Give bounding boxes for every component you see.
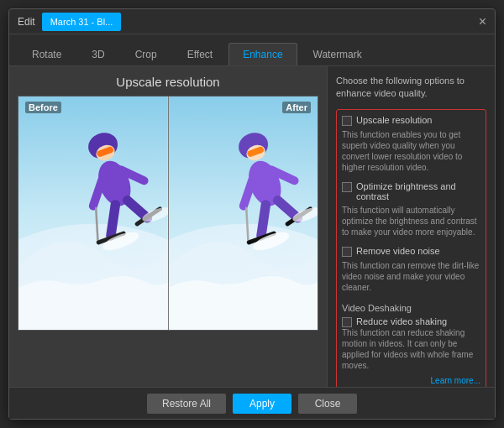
- options-intro: Choose the following options to enhance …: [336, 75, 486, 101]
- upscale-desc: This function enables you to get superb …: [342, 129, 480, 173]
- enhance-options-section: Upscale resolution This function enables…: [336, 109, 486, 387]
- brightness-checkbox[interactable]: [342, 182, 352, 192]
- edit-window: Edit March 31 - Bl... × Rotate 3D Crop E…: [8, 8, 496, 420]
- before-after-container: Before: [18, 96, 318, 331]
- tab-crop[interactable]: Crop: [121, 43, 171, 65]
- close-button[interactable]: Close: [298, 394, 357, 414]
- preview-panel: Upscale resolution Before: [9, 66, 327, 387]
- window-title: Edit: [18, 16, 35, 28]
- tab-rotate[interactable]: Rotate: [18, 43, 76, 65]
- window-close-button[interactable]: ×: [479, 15, 486, 29]
- deshake-label: Reduce video shaking: [356, 316, 447, 326]
- tab-enhance[interactable]: Enhance: [228, 43, 297, 65]
- restore-all-button[interactable]: Restore All: [147, 394, 226, 414]
- after-label: After: [282, 102, 311, 113]
- deshake-option-row: Reduce video shaking: [342, 316, 480, 327]
- file-tab[interactable]: March 31 - Bl...: [42, 13, 122, 31]
- preview-title: Upscale resolution: [116, 75, 219, 89]
- tab-bar: Rotate 3D Crop Effect Enhance Watermark: [9, 34, 495, 66]
- before-panel: Before: [18, 97, 169, 330]
- apply-button[interactable]: Apply: [233, 394, 291, 414]
- tab-effect[interactable]: Effect: [173, 43, 227, 65]
- noise-option-row: Remove video noise: [342, 246, 480, 257]
- brightness-option-row: Optimize brightness and contrast: [342, 181, 480, 201]
- brightness-label: Optimize brightness and contrast: [356, 181, 480, 201]
- deshake-desc: This function can reduce shaking motion …: [342, 327, 480, 371]
- upscale-label: Upscale resolution: [356, 115, 433, 125]
- before-skier-image: [18, 97, 168, 330]
- tab-watermark[interactable]: Watermark: [299, 43, 376, 65]
- noise-checkbox[interactable]: [342, 247, 352, 257]
- deshaking-title: Video Deshaking: [342, 303, 480, 313]
- deshaking-section: Video Deshaking Reduce video shaking Thi…: [342, 300, 480, 371]
- title-bar: Edit March 31 - Bl... ×: [9, 9, 495, 34]
- before-label: Before: [25, 102, 61, 113]
- learn-more-link[interactable]: Learn more...: [342, 376, 480, 385]
- upscale-option-row: Upscale resolution: [342, 115, 480, 126]
- deshake-checkbox[interactable]: [342, 317, 352, 327]
- brightness-desc: This function will automatically optimiz…: [342, 205, 480, 237]
- title-bar-left: Edit March 31 - Bl...: [18, 13, 121, 31]
- noise-label: Remove video noise: [356, 246, 440, 256]
- content-area: Upscale resolution Before: [9, 66, 495, 387]
- bottom-bar: Restore All Apply Close: [9, 387, 495, 419]
- noise-desc: This function can remove the dirt-like v…: [342, 260, 480, 293]
- tab-3d[interactable]: 3D: [77, 43, 118, 65]
- options-panel: Choose the following options to enhance …: [327, 66, 495, 387]
- after-skier-image: [169, 97, 318, 330]
- after-panel: After: [169, 97, 318, 330]
- upscale-checkbox[interactable]: [342, 116, 352, 126]
